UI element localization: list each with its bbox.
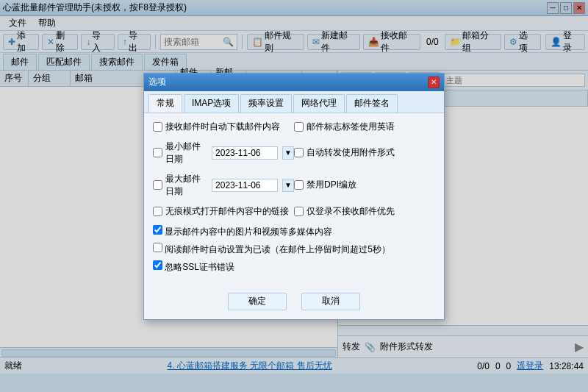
dialog-opt11-label[interactable]: 忽略SSL证书错误 [153, 260, 234, 274]
dialog-opt5-checkbox[interactable] [153, 180, 162, 190]
dialog-opt1-label[interactable]: 接收邮件时自动下载邮件内容 [153, 121, 280, 133]
options-dialog: 选项 ✕ 常规 IMAP选项 频率设置 网络代理 邮件签名 接收邮件时自动下载邮… [143, 73, 445, 320]
dialog-opt4-label[interactable]: 自动转发使用附件形式 [294, 146, 395, 159]
dialog-opt11-row: 忽略SSL证书错误 [153, 260, 435, 274]
modal-overlay: 选项 ✕ 常规 IMAP选项 频率设置 网络代理 邮件签名 接收邮件时自动下载邮… [0, 0, 588, 392]
dialog-tab-freq[interactable]: 频率设置 [240, 94, 292, 113]
dialog-opt2-row: 邮件标志标签使用英语 [294, 121, 435, 133]
dialog-footer: 确定 取消 [144, 285, 444, 319]
dialog-opt1-checkbox[interactable] [153, 122, 162, 132]
dialog-body: 接收邮件时自动下载邮件内容 邮件标志标签使用英语 最小邮件日期 [144, 113, 444, 285]
dialog-opt2-label[interactable]: 邮件标志标签使用英语 [294, 121, 395, 133]
min-date-input[interactable] [212, 146, 278, 160]
dialog-tabs: 常规 IMAP选项 频率设置 网络代理 邮件签名 [144, 91, 444, 113]
dialog-opt10-checkbox[interactable] [153, 243, 162, 252]
dialog-opt8-checkbox[interactable] [294, 207, 304, 216]
dialog-opt7-row: 无痕模式打开邮件内容中的链接 [153, 205, 294, 218]
dialog-opt5-label[interactable]: 最大邮件日期 [153, 173, 207, 198]
dialog-opt8-label[interactable]: 仅登录不接收邮件优先 [294, 205, 395, 218]
dialog-opt7-checkbox[interactable] [153, 207, 162, 216]
dialog-opt6-checkbox[interactable] [294, 180, 304, 190]
dialog-close-button[interactable]: ✕ [428, 76, 440, 88]
dialog-tab-general[interactable]: 常规 [148, 94, 182, 113]
dialog-tab-network[interactable]: 网络代理 [293, 94, 345, 113]
dialog-ok-button[interactable]: 确定 [228, 293, 287, 310]
max-date-input[interactable] [212, 179, 278, 192]
dialog-row-4: 无痕模式打开邮件内容中的链接 仅登录不接收邮件优先 [153, 205, 435, 222]
dialog-row-2: 最小邮件日期 ▼ 自动转发使用附件形式 [153, 140, 435, 170]
dialog-row-3: 最大邮件日期 ▼ 禁用DPI编放 [153, 173, 435, 202]
dialog-opt9-row: 显示邮件内容中的图片和视频等多媒体内容 [153, 225, 435, 238]
dialog-opt2-checkbox[interactable] [294, 122, 304, 132]
dialog-opt3-row: 最小邮件日期 ▼ [153, 140, 294, 165]
dialog-opt6-row: 禁用DPI编放 [294, 173, 435, 198]
dialog-opt3-label[interactable]: 最小邮件日期 [153, 140, 207, 165]
dialog-opt10-row: 阅读邮件时自动设置为已读（在邮件上停留时间超过5秒） [153, 243, 435, 256]
dialog-opt1-row: 接收邮件时自动下载邮件内容 [153, 121, 294, 133]
dialog-tab-imap[interactable]: IMAP选项 [184, 94, 239, 113]
max-date-picker-button[interactable]: ▼ [282, 179, 294, 192]
dialog-opt5-row: 最大邮件日期 ▼ [153, 173, 294, 198]
dialog-opt6-label[interactable]: 禁用DPI编放 [294, 179, 356, 191]
dialog-cancel-button[interactable]: 取消 [301, 293, 360, 310]
dialog-opt9-checkbox[interactable] [153, 225, 162, 235]
dialog-title: 选项 [148, 76, 166, 88]
dialog-opt8-row: 仅登录不接收邮件优先 [294, 205, 435, 218]
dialog-opt7-label[interactable]: 无痕模式打开邮件内容中的链接 [153, 205, 289, 218]
dialog-row-1: 接收邮件时自动下载邮件内容 邮件标志标签使用英语 [153, 121, 435, 138]
dialog-opt9-label[interactable]: 显示邮件内容中的图片和视频等多媒体内容 [153, 225, 332, 238]
dialog-title-bar: 选项 ✕ [144, 74, 444, 91]
dialog-opt3-checkbox[interactable] [153, 148, 162, 157]
dialog-opt4-checkbox[interactable] [294, 148, 304, 157]
dialog-tab-signature[interactable]: 邮件签名 [346, 94, 398, 113]
dialog-opt4-row: 自动转发使用附件形式 [294, 140, 435, 165]
dialog-opt10-label[interactable]: 阅读邮件时自动设置为已读（在邮件上停留时间超过5秒） [153, 243, 390, 256]
min-date-picker-button[interactable]: ▼ [282, 146, 294, 160]
dialog-opt11-checkbox[interactable] [153, 260, 162, 270]
